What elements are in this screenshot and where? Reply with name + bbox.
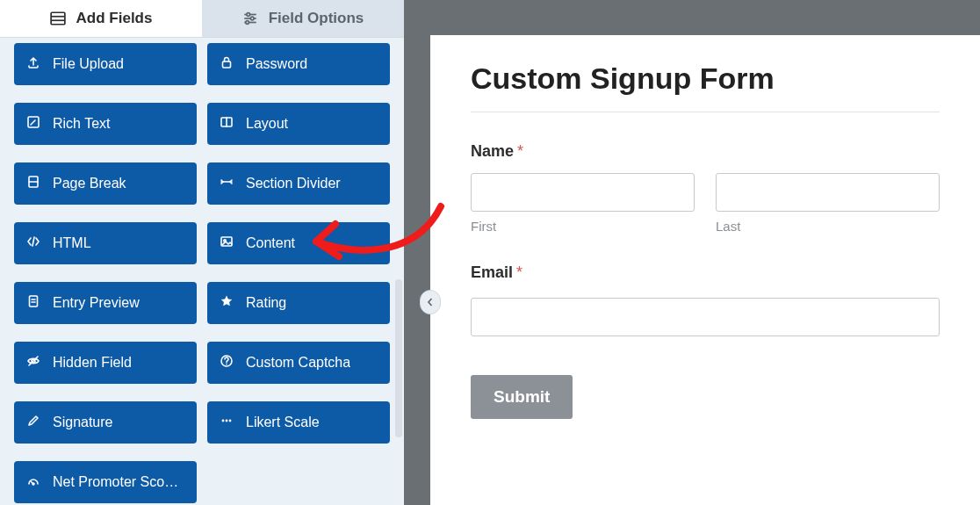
svg-line-29 xyxy=(32,481,34,484)
field-entry-preview[interactable]: Entry Preview xyxy=(14,282,197,324)
columns-icon xyxy=(220,115,234,133)
dots-icon xyxy=(220,414,234,431)
svg-line-22 xyxy=(29,357,38,365)
field-label: Signature xyxy=(53,415,113,430)
field-label: Custom Captcha xyxy=(246,355,350,371)
field-label: Rating xyxy=(246,295,286,311)
field-custom-captcha[interactable]: Custom Captcha xyxy=(207,342,390,384)
field-rich-text[interactable]: Rich Text xyxy=(14,103,197,145)
list-icon xyxy=(50,11,66,26)
field-hidden-field[interactable]: Hidden Field xyxy=(14,342,197,384)
fields-sidebar: Add Fields Field Options File UploadPass… xyxy=(0,0,404,505)
field-label: Net Promoter Sco… xyxy=(53,474,178,490)
upload-icon xyxy=(26,55,40,73)
last-sublabel: Last xyxy=(716,219,940,234)
sidebar-scrollbar[interactable] xyxy=(395,279,402,437)
field-likert-scale[interactable]: Likert Scale xyxy=(207,401,390,444)
field-label: Rich Text xyxy=(53,116,111,132)
hr-icon xyxy=(220,175,234,192)
svg-point-8 xyxy=(246,21,249,25)
form-title: Custom Signup Form xyxy=(471,61,940,112)
code-icon xyxy=(26,234,40,252)
svg-point-4 xyxy=(247,13,250,17)
required-mark: * xyxy=(517,142,523,160)
field-label: Content xyxy=(246,235,295,251)
svg-rect-18 xyxy=(30,296,38,307)
lock-icon xyxy=(220,55,234,73)
field-section-divider[interactable]: Section Divider xyxy=(207,162,390,205)
first-name-input[interactable] xyxy=(471,173,695,212)
name-label-text: Name xyxy=(471,142,514,160)
image-icon xyxy=(220,234,234,252)
gauge-icon xyxy=(26,473,40,491)
field-label: Layout xyxy=(246,116,288,132)
field-label: File Upload xyxy=(53,56,124,72)
form-preview-area: Custom Signup Form Name* First Last xyxy=(430,0,980,505)
edit-icon xyxy=(26,115,40,133)
email-field-row: Email* xyxy=(471,263,940,336)
field-label: Page Break xyxy=(53,176,126,191)
field-label: HTML xyxy=(53,235,91,251)
field-content[interactable]: Content xyxy=(207,222,390,264)
field-file-upload[interactable]: File Upload xyxy=(14,43,197,85)
field-label: Password xyxy=(246,56,307,72)
panel-divider xyxy=(404,0,430,505)
field-label: Entry Preview xyxy=(53,295,140,311)
svg-point-27 xyxy=(229,419,232,422)
field-rating[interactable]: Rating xyxy=(207,282,390,324)
field-layout[interactable]: Layout xyxy=(207,103,390,145)
tab-field-options[interactable]: Field Options xyxy=(202,0,404,37)
email-label: Email* xyxy=(471,263,940,282)
field-label: Hidden Field xyxy=(53,355,132,371)
pencil-icon xyxy=(26,414,40,431)
field-label: Section Divider xyxy=(246,176,341,191)
field-signature[interactable]: Signature xyxy=(14,401,197,444)
tab-add-fields-label: Add Fields xyxy=(76,10,153,27)
svg-point-6 xyxy=(250,17,254,20)
fields-grid: File UploadPasswordRich TextLayoutPage B… xyxy=(0,43,404,505)
sliders-icon xyxy=(242,11,258,26)
svg-point-25 xyxy=(222,419,225,422)
email-label-text: Email xyxy=(471,263,513,281)
last-name-input[interactable] xyxy=(716,173,940,212)
svg-rect-9 xyxy=(223,61,231,68)
name-field-row: Name* First Last xyxy=(471,142,940,234)
eye-off-icon xyxy=(26,354,40,372)
form-card: Custom Signup Form Name* First Last xyxy=(430,35,980,505)
tab-field-options-label: Field Options xyxy=(269,10,364,27)
help-icon xyxy=(220,354,234,372)
field-net-promoter[interactable]: Net Promoter Sco… xyxy=(14,461,197,503)
first-sublabel: First xyxy=(471,219,695,234)
required-mark: * xyxy=(516,263,522,281)
svg-point-26 xyxy=(226,419,228,422)
chevron-left-icon xyxy=(426,298,435,307)
name-label: Name* xyxy=(471,142,940,161)
email-input[interactable] xyxy=(471,298,940,336)
sidebar-tabs: Add Fields Field Options xyxy=(0,0,404,38)
doc-icon xyxy=(26,294,40,312)
svg-point-24 xyxy=(226,364,227,365)
submit-button[interactable]: Submit xyxy=(471,375,573,419)
field-page-break[interactable]: Page Break xyxy=(14,162,197,205)
tab-add-fields[interactable]: Add Fields xyxy=(0,0,202,37)
star-icon xyxy=(220,294,234,312)
svg-rect-0 xyxy=(51,12,65,25)
pagebreak-icon xyxy=(26,175,40,192)
field-label: Likert Scale xyxy=(246,415,320,430)
field-html[interactable]: HTML xyxy=(14,222,197,264)
field-password[interactable]: Password xyxy=(207,43,390,85)
collapse-handle[interactable] xyxy=(420,290,441,314)
